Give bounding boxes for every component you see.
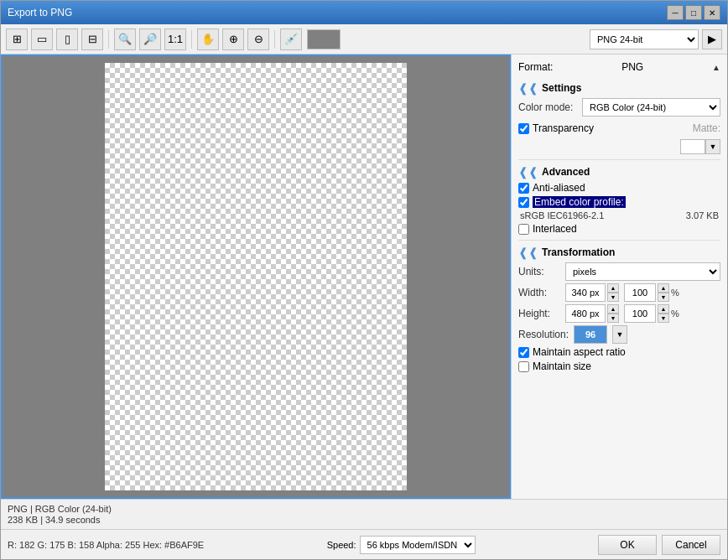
- size-info: 238 KB | 34.9 seconds: [8, 515, 112, 525]
- interlaced-row: Interlaced: [518, 223, 720, 235]
- transparency-label: Transparency: [533, 122, 594, 134]
- status-left: PNG | RGB Color (24-bit) 238 KB | 34.9 s…: [8, 504, 112, 525]
- color-mode-label: Color mode:: [518, 101, 577, 113]
- width-pct-down-button[interactable]: ▼: [658, 293, 669, 302]
- resolution-input[interactable]: [574, 325, 607, 344]
- pixel-info: R: 182 G: 175 B: 158 Alpha: 255 Hex: #B6…: [8, 540, 204, 550]
- height-pct-spinners: ▲ ▼: [658, 304, 669, 323]
- color-mode-select[interactable]: RGB Color (24-bit) Grayscale (8-bit) Ind…: [582, 98, 720, 117]
- resolution-label: Resolution:: [518, 329, 569, 340]
- srgb-size: 3.07 KB: [686, 210, 719, 220]
- interlaced-label: Interlaced: [533, 223, 577, 235]
- bottom-bar: R: 182 G: 175 B: 158 Alpha: 255 Hex: #B6…: [1, 529, 727, 559]
- minimize-button[interactable]: ─: [667, 5, 684, 20]
- zoom-in-button[interactable]: 🔍: [114, 29, 136, 50]
- main-area: depositphotos depositphotos Format: PNG …: [1, 54, 727, 499]
- width-pct-spinners: ▲ ▼: [658, 283, 669, 302]
- maintain-aspect-checkbox[interactable]: [518, 347, 529, 358]
- speed-area: Speed: 56 kbps Modem/ISDN 128 kbps ISDN …: [327, 536, 476, 554]
- settings-section-header[interactable]: ❰❰ Settings: [518, 81, 720, 95]
- height-px-input[interactable]: [565, 304, 606, 323]
- interlaced-checkbox[interactable]: [518, 224, 529, 235]
- speed-label: Speed:: [327, 540, 356, 550]
- maintain-aspect-row: Maintain aspect ratio: [518, 346, 720, 358]
- embed-color-label: Embed color profile:: [533, 196, 626, 208]
- separator3: [274, 30, 275, 49]
- transparency-checkbox[interactable]: [518, 123, 529, 134]
- maintain-size-checkbox[interactable]: [518, 361, 529, 372]
- main-window: Export to PNG ─ □ ✕ ⊞ ▭ ▯ ⊟ 🔍 🔎 1:1 ✋ ⊕ …: [0, 0, 728, 560]
- format-value: PNG: [621, 61, 643, 73]
- matte-label: Matte:: [693, 122, 720, 134]
- height-pct-up-button[interactable]: ▲: [658, 304, 669, 314]
- units-select[interactable]: pixels percent inches cm mm: [565, 262, 720, 281]
- height-spinner-group: ▲ ▼: [565, 304, 619, 323]
- status-bar: PNG | RGB Color (24-bit) 238 KB | 34.9 s…: [1, 499, 727, 529]
- advanced-section-header[interactable]: ❰❰ Advanced: [518, 165, 720, 179]
- separator1: [108, 30, 109, 49]
- action-buttons: OK Cancel: [598, 535, 720, 555]
- height-label: Height:: [518, 308, 560, 319]
- width-px-input[interactable]: [565, 283, 606, 302]
- divider2: [518, 240, 720, 241]
- fit-window-button[interactable]: ⊞: [6, 29, 28, 50]
- matte-color-box[interactable]: [680, 139, 705, 154]
- color-mode-row: Color mode: RGB Color (24-bit) Grayscale…: [518, 98, 720, 117]
- fit-height-button[interactable]: ▯: [56, 29, 78, 50]
- close-button[interactable]: ✕: [704, 5, 720, 20]
- transformation-label: Transformation: [542, 246, 615, 258]
- width-px-down-button[interactable]: ▼: [607, 293, 619, 302]
- width-px-up-button[interactable]: ▲: [607, 283, 619, 293]
- height-px-up-button[interactable]: ▲: [607, 304, 619, 314]
- embed-color-checkbox[interactable]: [518, 197, 529, 208]
- hand-tool-button[interactable]: ✋: [197, 29, 219, 50]
- resolution-dropdown-button[interactable]: ▼: [612, 325, 627, 344]
- width-pct-input[interactable]: [624, 283, 656, 302]
- maximize-button[interactable]: □: [685, 5, 702, 20]
- eyedropper-button[interactable]: 💉: [280, 29, 302, 50]
- width-pct-group: ▲ ▼ %: [624, 283, 679, 302]
- maintain-size-label: Maintain size: [533, 360, 591, 372]
- anti-aliased-label: Anti-aliased: [533, 182, 585, 194]
- tile-button[interactable]: ⊟: [81, 29, 103, 50]
- width-pct-up-button[interactable]: ▲: [658, 283, 669, 293]
- zoom-out-button[interactable]: 🔎: [139, 29, 161, 50]
- height-pct-group: ▲ ▼ %: [624, 304, 679, 323]
- format-arrow-button[interactable]: ▶: [702, 29, 722, 49]
- collapse-button[interactable]: ▲: [712, 63, 720, 72]
- format-select[interactable]: PNG 24-bit PNG 8-bit PNG 32-bit: [590, 29, 699, 49]
- height-pct-down-button[interactable]: ▼: [658, 314, 669, 323]
- color-preview: [307, 29, 341, 49]
- width-row: Width: ▲ ▼ ▲ ▼ %: [518, 283, 720, 302]
- resolution-row: Resolution: ▼: [518, 325, 720, 344]
- window-title: Export to PNG: [8, 7, 72, 18]
- advanced-label: Advanced: [542, 166, 590, 178]
- title-bar: Export to PNG ─ □ ✕: [1, 1, 727, 24]
- cancel-button[interactable]: Cancel: [662, 535, 720, 555]
- settings-chevron-icon: ❰❰: [518, 81, 538, 95]
- window-controls: ─ □ ✕: [667, 5, 720, 20]
- srgb-row: sRGB IEC61966-2.1 3.07 KB: [518, 210, 720, 220]
- actual-size-button[interactable]: 1:1: [164, 29, 186, 50]
- maintain-aspect-label: Maintain aspect ratio: [533, 346, 626, 358]
- right-panel: Format: PNG ▲ ❰❰ Settings Color mode: RG…: [511, 54, 727, 499]
- transformation-section-header[interactable]: ❰❰ Transformation: [518, 246, 720, 259]
- height-pct-input[interactable]: [624, 304, 656, 323]
- anti-aliased-row: Anti-aliased: [518, 182, 720, 194]
- height-pct-label: %: [671, 309, 679, 319]
- transparency-row: Transparency: [518, 122, 594, 134]
- transformation-chevron-icon: ❰❰: [518, 246, 538, 259]
- ok-button[interactable]: OK: [598, 535, 657, 555]
- height-px-spinners: ▲ ▼: [607, 304, 619, 323]
- file-info: PNG | RGB Color (24-bit): [8, 504, 112, 514]
- height-px-down-button[interactable]: ▼: [607, 314, 619, 323]
- speed-select[interactable]: 56 kbps Modem/ISDN 128 kbps ISDN 256 kbp…: [360, 536, 476, 554]
- width-px-spinners: ▲ ▼: [607, 283, 619, 302]
- canvas-area[interactable]: depositphotos depositphotos: [1, 54, 511, 499]
- zoom-out-tool-button[interactable]: ⊖: [247, 29, 269, 50]
- fit-width-button[interactable]: ▭: [31, 29, 53, 50]
- anti-aliased-checkbox[interactable]: [518, 183, 529, 194]
- zoom-tool-button[interactable]: ⊕: [222, 29, 244, 50]
- matte-dropdown-button[interactable]: ▼: [705, 139, 720, 154]
- divider1: [518, 159, 720, 160]
